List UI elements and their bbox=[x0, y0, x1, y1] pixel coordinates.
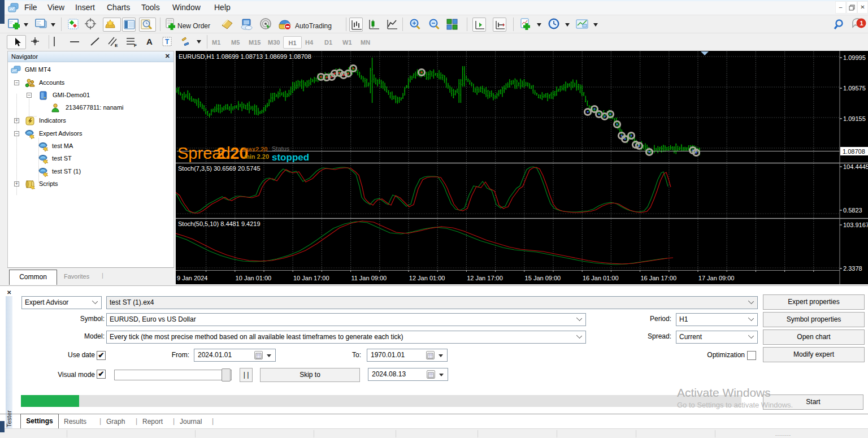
svg-text:EURUSD,H1 1.08699 1.08713 1.0: EURUSD,H1 1.08699 1.08713 1.08699 1.0870… bbox=[179, 53, 311, 60]
svg-text:1: 1 bbox=[860, 20, 863, 27]
svg-text:1.09995: 1.09995 bbox=[843, 54, 866, 61]
svg-text:16 Jan 01:00: 16 Jan 01:00 bbox=[583, 275, 619, 281]
svg-text:Status: Status bbox=[272, 145, 290, 152]
svg-text:E: E bbox=[115, 43, 118, 48]
svg-text:10 Jan 01:00: 10 Jan 01:00 bbox=[236, 275, 272, 281]
svg-text:16 Jan 17:00: 16 Jan 17:00 bbox=[640, 275, 676, 281]
svg-text:104.4445: 104.4445 bbox=[843, 163, 868, 170]
svg-text:A: A bbox=[146, 37, 153, 46]
svg-text:F: F bbox=[134, 43, 137, 48]
svg-text:1.08708: 1.08708 bbox=[843, 148, 865, 155]
svg-text:103.9167: 103.9167 bbox=[843, 222, 868, 228]
svg-text:Stoch(50,5,10) 8.4481 9.4219: Stoch(50,5,10) 8.4481 9.4219 bbox=[178, 220, 261, 227]
svg-text:Stoch(7,3,5) 30.6569 20.5745: Stoch(7,3,5) 30.6569 20.5745 bbox=[178, 165, 261, 172]
svg-text:17 Jan 09:00: 17 Jan 09:00 bbox=[698, 275, 735, 281]
svg-text:12 Jan 17:00: 12 Jan 17:00 bbox=[467, 275, 503, 281]
svg-text:max2.20: max2.20 bbox=[243, 146, 267, 153]
svg-text:15 Jan 09:00: 15 Jan 09:00 bbox=[525, 275, 561, 281]
svg-text:10 Jan 17:00: 10 Jan 17:00 bbox=[293, 275, 329, 281]
svg-text:stopped: stopped bbox=[272, 152, 309, 163]
svg-text:T: T bbox=[165, 38, 170, 46]
svg-text:12 Jan 01:00: 12 Jan 01:00 bbox=[409, 275, 445, 281]
svg-text:1.09155: 1.09155 bbox=[843, 115, 866, 122]
svg-text:11 Jan 09:00: 11 Jan 09:00 bbox=[351, 275, 387, 281]
svg-text:2.3378: 2.3378 bbox=[843, 265, 862, 272]
svg-text:min 2.20: min 2.20 bbox=[244, 153, 269, 160]
svg-text:1.09575: 1.09575 bbox=[843, 85, 866, 92]
svg-text:0.5823: 0.5823 bbox=[843, 207, 862, 214]
svg-text:9 Jan 2024: 9 Jan 2024 bbox=[177, 275, 207, 281]
